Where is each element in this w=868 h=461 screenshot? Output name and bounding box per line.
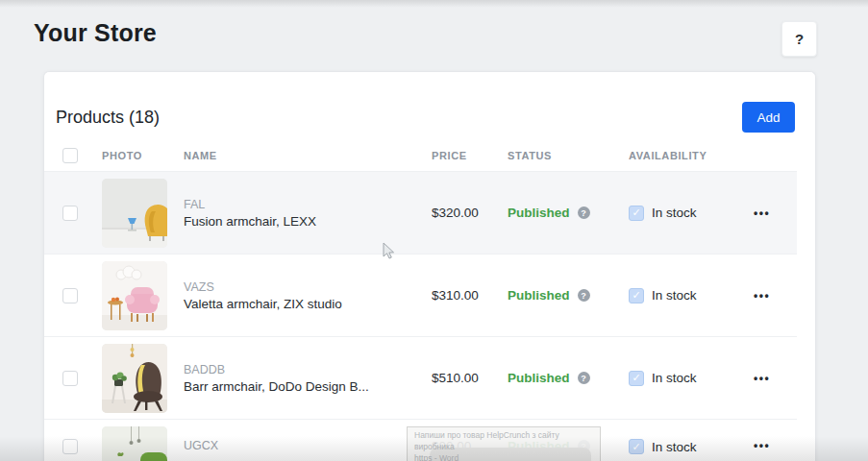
product-name: Barr armchair, DoDo Design B... — [184, 379, 432, 394]
status-badge: Published — [508, 288, 570, 303]
row-checkbox[interactable] — [62, 288, 78, 303]
product-sku: UGCX — [184, 439, 432, 452]
availability-label: In stock — [652, 206, 697, 220]
status-badge: Published — [508, 206, 570, 220]
status-help-icon[interactable]: ? — [578, 289, 590, 302]
question-mark-icon: ? — [795, 31, 804, 47]
taskbar-tooltip: Напиши про товар HelpCrunch з сайту виро… — [407, 426, 601, 461]
in-stock-checkbox[interactable]: ✓ — [629, 439, 644, 454]
help-button[interactable]: ? — [781, 21, 817, 57]
column-header-price: PRICE — [432, 150, 508, 161]
product-price: $310.00 — [432, 288, 508, 303]
availability-label: In stock — [652, 288, 697, 303]
tooltip-line2: https - Word — [414, 453, 593, 461]
availability-label: In stock — [652, 440, 697, 454]
row-menu-button[interactable]: ••• — [754, 289, 797, 303]
product-photo — [102, 261, 167, 330]
row-menu-button[interactable]: ••• — [754, 439, 797, 452]
row-checkbox[interactable] — [62, 206, 78, 221]
product-photo — [102, 426, 167, 461]
product-name: Valetta armchair, ZIX studio — [184, 297, 432, 311]
page-title: Your Store — [34, 19, 157, 47]
column-header-status: STATUS — [508, 150, 629, 161]
product-sku: BADDB — [184, 363, 432, 376]
add-product-button[interactable]: Add — [742, 102, 795, 133]
availability-label: In stock — [652, 371, 697, 385]
column-header-name: NAME — [184, 150, 432, 161]
mouse-cursor-icon — [383, 242, 395, 264]
panel-title: Products (18) — [56, 108, 160, 128]
in-stock-checkbox[interactable]: ✓ — [629, 288, 644, 303]
product-name: Fusion armchair, LEXX — [184, 214, 432, 229]
table-header-row: PHOTO NAME PRICE STATUS AVAILABILITY — [44, 140, 797, 171]
in-stock-checkbox[interactable]: ✓ — [629, 371, 644, 386]
panel-header: Products (18) Add — [44, 72, 815, 140]
product-photo — [102, 344, 167, 413]
product-sku: FAL — [184, 198, 432, 211]
table-row[interactable]: FAL Fusion armchair, LEXX $320.00 Publis… — [44, 171, 797, 254]
products-panel: Products (18) Add PHOTO NAME PRICE STATU… — [43, 71, 816, 461]
product-sku: VAZS — [184, 280, 432, 294]
status-help-icon[interactable]: ? — [578, 372, 590, 384]
products-table: PHOTO NAME PRICE STATUS AVAILABILITY — [44, 140, 797, 461]
column-header-photo: PHOTO — [102, 150, 184, 161]
product-price: $510.00 — [432, 371, 508, 385]
column-header-availability: AVAILABILITY — [629, 150, 754, 161]
product-photo — [102, 179, 167, 248]
table-row[interactable]: BADDB Barr armchair, DoDo Design B... $5… — [44, 336, 797, 419]
row-menu-button[interactable]: ••• — [754, 206, 797, 220]
row-checkbox[interactable] — [62, 371, 78, 386]
tooltip-line1: Напиши про товар HelpCrunch з сайту виро… — [414, 430, 593, 453]
table-row[interactable]: VAZS Valetta armchair, ZIX studio $310.0… — [44, 254, 797, 336]
product-price: $320.00 — [432, 206, 508, 220]
select-all-checkbox[interactable] — [62, 148, 78, 163]
in-stock-checkbox[interactable]: ✓ — [629, 206, 644, 221]
status-badge: Published — [508, 371, 570, 385]
status-help-icon[interactable]: ? — [578, 206, 590, 219]
row-menu-button[interactable]: ••• — [754, 372, 797, 385]
row-checkbox[interactable] — [62, 439, 78, 454]
